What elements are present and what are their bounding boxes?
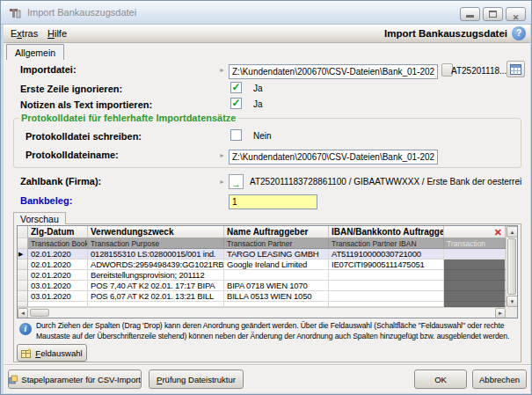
erste-zeile-checkbox[interactable]: ✓ — [230, 82, 242, 93]
row-gutter-cell — [18, 281, 28, 291]
help-icon[interactable]: ? — [512, 26, 526, 40]
table-cell: Google Ireland Limited — [224, 260, 329, 270]
delete-column-icon[interactable]: ✕ — [494, 226, 502, 238]
ok-button[interactable]: OK — [414, 369, 467, 389]
column-header[interactable]: Name Auftraggeber — [224, 226, 329, 238]
table-cell: BILLA 0513 WIEN 1050 — [224, 291, 329, 302]
table-cell — [329, 281, 444, 291]
preview-grid[interactable]: Zlg-DatumVerwendungszweckName Auftraggeb… — [17, 225, 518, 318]
table-cell — [224, 270, 329, 281]
table-cell — [444, 281, 506, 291]
footer-divider — [4, 364, 530, 366]
maximize-button[interactable] — [483, 7, 503, 21]
grid-gutter-cell — [18, 238, 28, 249]
check-icon: ✓ — [231, 99, 241, 108]
protokoll-schreiben-label: Protokolldatei schreiben: — [26, 131, 142, 142]
scrollbar-corner — [506, 307, 517, 318]
column-header[interactable]: ✕ — [444, 226, 506, 238]
table-cell: IE07CITI99005111475051 — [329, 260, 444, 270]
check-icon: ✓ — [231, 83, 241, 92]
protokoll-group-title: Protokolldatei für fehlerhafte Importdat… — [18, 113, 238, 123]
column-subheader[interactable]: Transaction Purpose — [88, 238, 224, 249]
grid-header-row: Zlg-DatumVerwendungszweckName Auftraggeb… — [18, 226, 506, 238]
pruefung-label: Prüfung Dateistruktur — [157, 375, 236, 384]
table-cell: Bereitstellungsprovision; 201112 — [88, 270, 224, 281]
scroll-down-icon[interactable]: ▼ — [506, 296, 518, 307]
vorschau-tab[interactable]: Vorschau — [13, 212, 66, 224]
column-header[interactable]: Verwendungszweck — [88, 226, 224, 238]
notizen-checkbox[interactable]: ✓ — [230, 98, 242, 109]
minimize-button[interactable] — [460, 7, 480, 21]
view-file-button[interactable] — [506, 61, 525, 77]
notizen-value: Ja — [253, 99, 263, 109]
table-row[interactable]: 03.01.2020POS 6,07 AT K2 02.01. 13:21 BI… — [18, 291, 506, 302]
scroll-up-icon[interactable]: ▲ — [506, 226, 518, 238]
vertical-scroll-thumb[interactable] — [507, 238, 516, 295]
table-row[interactable]: 02.01.2020ADWORDS:2959498439:GG1021RB1M;… — [18, 260, 506, 270]
row-gutter-cell — [18, 291, 28, 302]
titlebar[interactable]: Import Bankauszugsdatei ✕ — [1, 1, 531, 25]
menu-extras[interactable]: Extras — [7, 28, 41, 39]
pruefung-button[interactable]: Prüfung Dateistruktur — [149, 369, 244, 389]
bankbeleg-label: Bankbeleg: — [20, 195, 72, 206]
table-row[interactable]: ▶02.01.20200128155310 LS:02800015/001 in… — [18, 249, 506, 260]
scroll-right-icon[interactable]: ► — [495, 308, 506, 318]
bankbeleg-input[interactable] — [229, 194, 317, 209]
tab-allgemein[interactable]: Allgemein — [6, 44, 64, 60]
table-cell: POS 6,07 AT K2 02.01. 13:21 BILL — [88, 291, 224, 302]
table-cell: 02.01.2020 — [28, 260, 88, 270]
scroll-left-icon[interactable]: ◄ — [18, 308, 28, 318]
column-subheader[interactable]: Transaction Partner — [224, 238, 329, 249]
protokolldateiname-input[interactable] — [229, 150, 438, 165]
grid-subheader-row: Transaction BookingTransaction PurposeTr… — [18, 238, 506, 249]
row-marker-icon: ▶ — [18, 249, 28, 260]
protokoll-schreiben-value: Nein — [253, 131, 272, 141]
vertical-scrollbar[interactable]: ▲ ▼ — [506, 226, 517, 307]
abbrechen-label: Abbrechen — [479, 375, 520, 384]
import-dialog-window: Import Bankauszugsdatei ✕ Extras Hilfe I… — [0, 0, 532, 395]
menubar: Extras Hilfe Import Bankauszugsdatei ? — [4, 25, 530, 43]
ok-label: OK — [434, 375, 447, 384]
goto-arrow-icon: → — [231, 179, 241, 189]
field-prefix-arrow-icon: ► — [219, 67, 225, 73]
table-cell: AT511910000030721000 — [329, 249, 444, 260]
field-selection-icon — [21, 348, 32, 358]
column-header[interactable]: IBAN/Bankkonto Auftraggeber — [329, 226, 444, 238]
menu-hilfe[interactable]: Hilfe — [44, 28, 70, 39]
column-subheader[interactable]: Transaction — [444, 238, 506, 249]
horizontal-scrollbar[interactable]: ◄ ► — [18, 307, 506, 318]
protokoll-schreiben-checkbox[interactable] — [230, 129, 242, 141]
zahlbank-value: AT252011183728861100 / GIBAATWWXXX / Ers… — [250, 177, 521, 187]
table-row[interactable]: 02.01.2020Bereitstellungsprovision; 2011… — [18, 270, 506, 281]
notizen-label: Notizen als Text importieren: — [20, 99, 152, 110]
table-row[interactable]: 03.01.2020POS 7,40 AT K2 02.01. 17:17 BI… — [18, 281, 506, 291]
table-cell: 03.01.2020 — [28, 281, 88, 291]
open-zahlbank-button[interactable]: → — [229, 174, 244, 189]
column-header[interactable]: Zlg-Datum — [28, 226, 88, 238]
table-cell — [444, 249, 506, 260]
window-title: Import Bankauszugsdatei — [27, 7, 136, 18]
table-cell: BIPA 0718 WIEN 1070 — [224, 281, 329, 291]
app-icon — [9, 6, 22, 19]
abbrechen-button[interactable]: Abbrechen — [472, 369, 527, 389]
stapelparameter-button[interactable]: Stapelparameter für CSV-Import — [8, 369, 142, 389]
table-cell: POS 7,40 AT K2 02.01. 17:17 BIPA — [88, 281, 224, 291]
table-cell — [329, 291, 444, 302]
feldauswahl-label: Feldauswahl — [35, 348, 82, 358]
table-cell: ADWORDS:2959498439:GG1021RB1M; 2 — [88, 260, 224, 270]
close-button[interactable]: ✕ — [506, 7, 526, 21]
feldauswahl-button[interactable]: Feldauswahl — [17, 344, 87, 362]
table-cell — [329, 270, 444, 281]
table-cell — [444, 270, 506, 281]
importdatei-short-text: AT25201118... — [451, 66, 506, 76]
column-subheader[interactable]: Transaction Booking — [28, 238, 88, 249]
column-subheader[interactable]: Transaction Partner IBAN — [329, 238, 444, 249]
erste-zeile-label: Erste Zeile ignorieren: — [20, 84, 122, 94]
minimize-icon — [466, 15, 474, 18]
close-icon: ✕ — [513, 13, 520, 22]
field-prefix-arrow-icon: ► — [219, 152, 225, 158]
protokolldateiname-label: Protokolldateiname: — [26, 150, 119, 160]
importdatei-input[interactable] — [229, 64, 438, 79]
horizontal-scroll-thumb[interactable] — [30, 309, 49, 317]
table-cell — [444, 291, 506, 302]
